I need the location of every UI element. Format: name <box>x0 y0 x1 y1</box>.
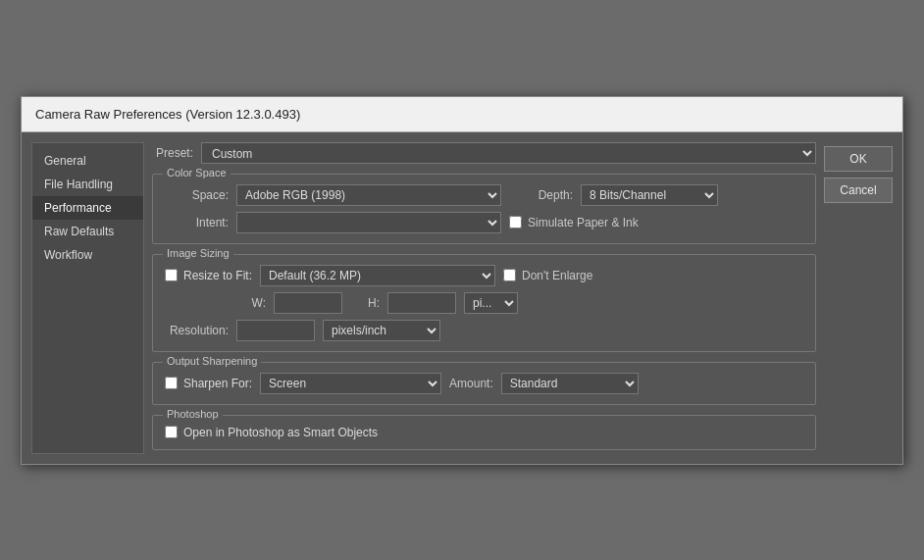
sharpen-row: Sharpen For: Screen Amount: Standard <box>165 373 803 394</box>
simulate-paper-row: Simulate Paper & Ink <box>509 216 639 229</box>
smart-objects-checkbox-row: Open in Photoshop as Smart Objects <box>165 426 378 439</box>
resize-row: Resize to Fit: Default (36.2 MP) Don't E… <box>165 265 803 286</box>
sidebar-item-raw-defaults[interactable]: Raw Defaults <box>32 220 143 243</box>
resolution-label: Resolution: <box>165 324 229 337</box>
color-space-label: Color Space <box>163 167 231 178</box>
camera-raw-preferences-dialog: Camera Raw Preferences (Version 12.3.0.4… <box>21 96 903 465</box>
pi-select[interactable]: pi... <box>464 292 518 314</box>
dont-enlarge-row: Don't Enlarge <box>503 269 592 282</box>
preset-select[interactable]: Custom <box>201 142 816 164</box>
resolution-input[interactable]: 300 <box>236 320 315 341</box>
button-column: OK Cancel <box>824 142 893 454</box>
preset-label: Preset: <box>156 146 193 160</box>
w-label: W: <box>236 296 266 310</box>
smart-objects-row: Open in Photoshop as Smart Objects <box>165 426 803 439</box>
color-space-section: Color Space Space: Adobe RGB (1998) Dept… <box>152 174 816 244</box>
amount-label: Amount: <box>449 377 493 390</box>
space-select[interactable]: Adobe RGB (1998) <box>236 184 501 206</box>
sharpen-checkbox[interactable] <box>165 377 178 389</box>
main-content: Preset: Custom Color Space Space: Adobe … <box>152 142 816 454</box>
smart-objects-checkbox[interactable] <box>165 426 178 438</box>
smart-objects-label: Open in Photoshop as Smart Objects <box>183 426 378 439</box>
sidebar: General File Handling Performance Raw De… <box>31 142 144 454</box>
resolution-row: Resolution: 300 pixels/inch <box>165 320 803 341</box>
res-unit-select[interactable]: pixels/inch <box>323 320 440 341</box>
wh-row: W: 7360 H: 4912 pi... <box>165 292 803 314</box>
depth-select[interactable]: 8 Bits/Channel <box>581 184 718 206</box>
sidebar-item-workflow[interactable]: Workflow <box>32 243 143 267</box>
cancel-button[interactable]: Cancel <box>824 178 893 203</box>
resize-label: Resize to Fit: <box>183 269 252 282</box>
sharpen-for-label: Sharpen For: <box>183 377 252 390</box>
preset-row: Preset: Custom <box>152 142 816 164</box>
h-input[interactable]: 4912 <box>387 292 456 314</box>
image-sizing-label: Image Sizing <box>163 247 233 259</box>
w-input[interactable]: 7360 <box>274 292 342 314</box>
output-sharpening-section: Output Sharpening Sharpen For: Screen Am… <box>152 362 816 405</box>
intent-select[interactable] <box>236 212 501 233</box>
depth-field-label: Depth: <box>509 188 573 202</box>
ok-button[interactable]: OK <box>824 146 893 172</box>
resize-checkbox-row: Resize to Fit: <box>165 269 252 282</box>
sidebar-item-file-handling[interactable]: File Handling <box>32 173 143 196</box>
sidebar-item-general[interactable]: General <box>32 149 143 173</box>
image-sizing-section: Image Sizing Resize to Fit: Default (36.… <box>152 254 816 352</box>
amount-select[interactable]: Standard <box>501 373 639 394</box>
h-label: H: <box>350 296 380 310</box>
dont-enlarge-label: Don't Enlarge <box>522 269 592 282</box>
resize-checkbox[interactable] <box>165 269 178 281</box>
sharpen-checkbox-row: Sharpen For: <box>165 377 252 390</box>
simulate-paper-checkbox[interactable] <box>509 216 522 229</box>
space-row: Space: Adobe RGB (1998) Depth: 8 Bits/Ch… <box>165 184 803 206</box>
sidebar-item-performance[interactable]: Performance <box>32 196 143 220</box>
photoshop-section: Photoshop Open in Photoshop as Smart Obj… <box>152 415 816 450</box>
photoshop-label: Photoshop <box>163 408 223 420</box>
output-sharpening-label: Output Sharpening <box>163 355 261 367</box>
intent-field-label: Intent: <box>165 216 229 229</box>
resize-select[interactable]: Default (36.2 MP) <box>260 265 495 286</box>
space-field-label: Space: <box>165 188 229 202</box>
intent-row: Intent: Simulate Paper & Ink <box>165 212 803 233</box>
simulate-paper-label: Simulate Paper & Ink <box>528 216 639 229</box>
sharpen-select[interactable]: Screen <box>260 373 441 394</box>
dont-enlarge-checkbox[interactable] <box>503 269 516 281</box>
dialog-title: Camera Raw Preferences (Version 12.3.0.4… <box>22 97 902 132</box>
